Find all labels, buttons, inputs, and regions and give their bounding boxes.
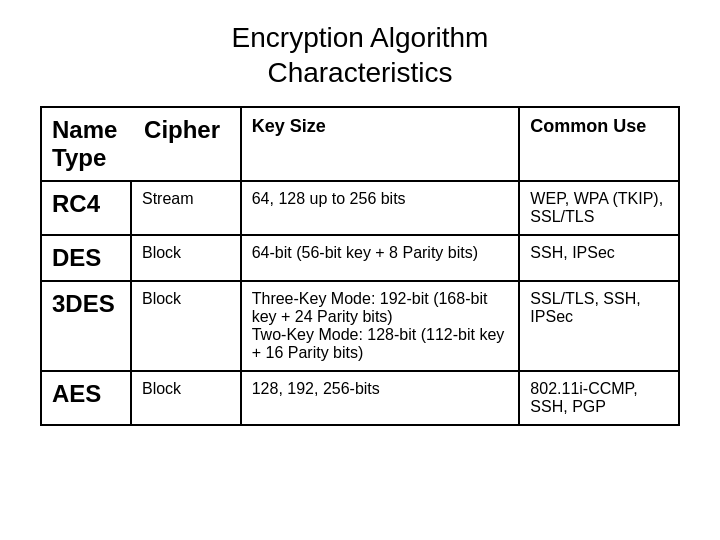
cell-common: SSL/TLS, SSH, IPSec (519, 281, 679, 371)
cell-common: WEP, WPA (TKIP), SSL/TLS (519, 181, 679, 235)
cell-keysize: 64, 128 up to 256 bits (241, 181, 520, 235)
cell-keysize: Three-Key Mode: 192-bit (168-bit key + 2… (241, 281, 520, 371)
table-header-row: Name Cipher Type Key Size Common Use (41, 107, 679, 181)
cell-cipher: Block (131, 281, 241, 371)
cell-cipher: Stream (131, 181, 241, 235)
cell-name: DES (41, 235, 131, 281)
cell-common: 802.11i-CCMP, SSH, PGP (519, 371, 679, 425)
table-row: RC4Stream64, 128 up to 256 bitsWEP, WPA … (41, 181, 679, 235)
table-row: AESBlock128, 192, 256-bits802.11i-CCMP, … (41, 371, 679, 425)
cell-common: SSH, IPSec (519, 235, 679, 281)
cell-keysize: 64-bit (56-bit key + 8 Parity bits) (241, 235, 520, 281)
cell-name: AES (41, 371, 131, 425)
cell-name: 3DES (41, 281, 131, 371)
table-row: 3DESBlockThree-Key Mode: 192-bit (168-bi… (41, 281, 679, 371)
cell-cipher: Block (131, 371, 241, 425)
cell-keysize: 128, 192, 256-bits (241, 371, 520, 425)
header-common: Common Use (519, 107, 679, 181)
cell-cipher: Block (131, 235, 241, 281)
header-name-cipher: Name Cipher Type (41, 107, 241, 181)
encryption-table-wrapper: Name Cipher Type Key Size Common Use RC4… (40, 106, 680, 426)
cell-name: RC4 (41, 181, 131, 235)
header-keysize: Key Size (241, 107, 520, 181)
table-row: DESBlock64-bit (56-bit key + 8 Parity bi… (41, 235, 679, 281)
encryption-table: Name Cipher Type Key Size Common Use RC4… (40, 106, 680, 426)
page-title: Encryption Algorithm Characteristics (232, 20, 489, 90)
